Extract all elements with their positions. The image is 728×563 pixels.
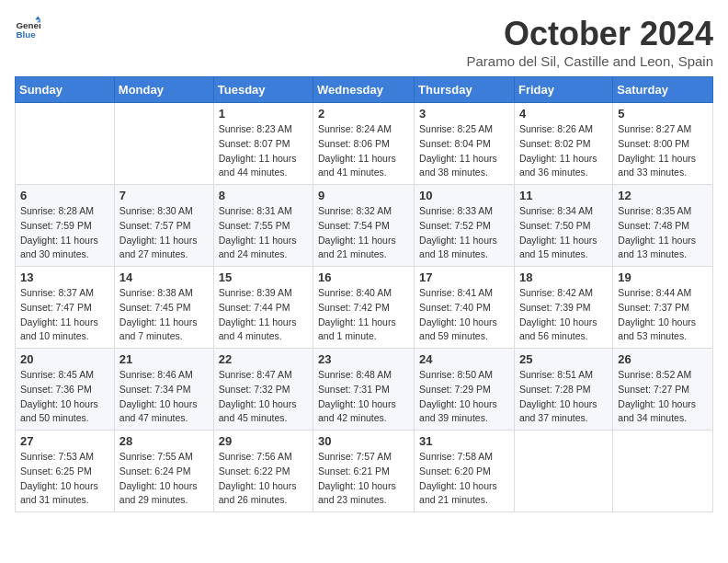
day-info: Sunrise: 8:48 AMSunset: 7:31 PMDaylight:… bbox=[318, 368, 409, 426]
weekday-header-sunday: Sunday bbox=[16, 77, 115, 103]
day-number: 25 bbox=[519, 352, 608, 366]
calendar-cell: 16Sunrise: 8:40 AMSunset: 7:42 PMDayligh… bbox=[313, 267, 415, 349]
calendar-cell: 12Sunrise: 8:35 AMSunset: 7:48 PMDayligh… bbox=[613, 185, 713, 267]
day-number: 4 bbox=[519, 107, 608, 121]
calendar-cell: 11Sunrise: 8:34 AMSunset: 7:50 PMDayligh… bbox=[514, 185, 612, 267]
day-info: Sunrise: 8:33 AMSunset: 7:52 PMDaylight:… bbox=[419, 204, 509, 262]
day-info: Sunrise: 8:44 AMSunset: 7:37 PMDaylight:… bbox=[618, 286, 708, 344]
weekday-header-row: SundayMondayTuesdayWednesdayThursdayFrid… bbox=[16, 77, 713, 103]
calendar-cell: 31Sunrise: 7:58 AMSunset: 6:20 PMDayligh… bbox=[415, 431, 515, 512]
day-info: Sunrise: 8:23 AMSunset: 8:07 PMDaylight:… bbox=[219, 122, 308, 180]
week-row-1: 1Sunrise: 8:23 AMSunset: 8:07 PMDaylight… bbox=[16, 103, 713, 185]
day-number: 13 bbox=[20, 270, 109, 284]
month-title: October 2024 bbox=[467, 15, 714, 53]
day-number: 8 bbox=[219, 189, 308, 202]
calendar-cell: 23Sunrise: 8:48 AMSunset: 7:31 PMDayligh… bbox=[313, 349, 415, 431]
day-info: Sunrise: 8:47 AMSunset: 7:32 PMDaylight:… bbox=[219, 368, 308, 426]
day-number: 15 bbox=[219, 270, 308, 284]
day-number: 27 bbox=[20, 434, 109, 448]
day-number: 29 bbox=[219, 434, 308, 448]
day-number: 19 bbox=[618, 270, 708, 284]
calendar-cell: 10Sunrise: 8:33 AMSunset: 7:52 PMDayligh… bbox=[415, 185, 515, 267]
day-info: Sunrise: 8:52 AMSunset: 7:27 PMDaylight:… bbox=[618, 368, 708, 426]
day-info: Sunrise: 8:41 AMSunset: 7:40 PMDaylight:… bbox=[419, 286, 509, 344]
calendar-cell bbox=[16, 103, 115, 185]
day-info: Sunrise: 8:31 AMSunset: 7:55 PMDaylight:… bbox=[219, 204, 308, 262]
day-number: 10 bbox=[419, 189, 509, 202]
day-number: 22 bbox=[219, 352, 308, 366]
week-row-5: 27Sunrise: 7:53 AMSunset: 6:25 PMDayligh… bbox=[16, 431, 713, 512]
calendar-cell: 27Sunrise: 7:53 AMSunset: 6:25 PMDayligh… bbox=[16, 431, 115, 512]
calendar-cell: 8Sunrise: 8:31 AMSunset: 7:55 PMDaylight… bbox=[213, 185, 313, 267]
calendar-cell: 30Sunrise: 7:57 AMSunset: 6:21 PMDayligh… bbox=[313, 431, 415, 512]
calendar-cell: 28Sunrise: 7:55 AMSunset: 6:24 PMDayligh… bbox=[114, 431, 213, 512]
day-info: Sunrise: 8:45 AMSunset: 7:36 PMDaylight:… bbox=[20, 368, 109, 426]
calendar-table: SundayMondayTuesdayWednesdayThursdayFrid… bbox=[15, 76, 713, 512]
calendar-cell bbox=[514, 431, 612, 512]
day-number: 21 bbox=[119, 352, 209, 366]
day-number: 2 bbox=[318, 107, 409, 121]
svg-text:Blue: Blue bbox=[16, 29, 36, 40]
day-number: 12 bbox=[618, 189, 708, 202]
day-number: 26 bbox=[618, 352, 708, 366]
day-number: 14 bbox=[119, 270, 209, 284]
day-info: Sunrise: 8:34 AMSunset: 7:50 PMDaylight:… bbox=[519, 204, 608, 262]
day-number: 18 bbox=[519, 270, 608, 284]
day-number: 31 bbox=[419, 434, 509, 448]
calendar-cell: 9Sunrise: 8:32 AMSunset: 7:54 PMDaylight… bbox=[313, 185, 415, 267]
calendar-cell: 6Sunrise: 8:28 AMSunset: 7:59 PMDaylight… bbox=[16, 185, 115, 267]
calendar-cell: 3Sunrise: 8:25 AMSunset: 8:04 PMDaylight… bbox=[415, 103, 515, 185]
calendar-cell: 17Sunrise: 8:41 AMSunset: 7:40 PMDayligh… bbox=[415, 267, 515, 349]
day-number: 3 bbox=[419, 107, 509, 121]
day-number: 28 bbox=[119, 434, 209, 448]
day-number: 16 bbox=[318, 270, 409, 284]
calendar-cell: 22Sunrise: 8:47 AMSunset: 7:32 PMDayligh… bbox=[213, 349, 313, 431]
calendar-cell: 24Sunrise: 8:50 AMSunset: 7:29 PMDayligh… bbox=[415, 349, 515, 431]
day-number: 1 bbox=[219, 107, 308, 121]
title-area: October 2024 Paramo del Sil, Castille an… bbox=[467, 15, 714, 69]
day-info: Sunrise: 8:27 AMSunset: 8:00 PMDaylight:… bbox=[618, 122, 708, 180]
weekday-header-saturday: Saturday bbox=[613, 77, 713, 103]
week-row-3: 13Sunrise: 8:37 AMSunset: 7:47 PMDayligh… bbox=[16, 267, 713, 349]
day-info: Sunrise: 8:37 AMSunset: 7:47 PMDaylight:… bbox=[20, 286, 109, 344]
calendar-cell bbox=[613, 431, 713, 512]
day-info: Sunrise: 8:39 AMSunset: 7:44 PMDaylight:… bbox=[219, 286, 308, 344]
calendar-cell: 13Sunrise: 8:37 AMSunset: 7:47 PMDayligh… bbox=[16, 267, 115, 349]
calendar-cell: 7Sunrise: 8:30 AMSunset: 7:57 PMDaylight… bbox=[114, 185, 213, 267]
calendar-cell bbox=[114, 103, 213, 185]
calendar-cell: 2Sunrise: 8:24 AMSunset: 8:06 PMDaylight… bbox=[313, 103, 415, 185]
day-info: Sunrise: 8:38 AMSunset: 7:45 PMDaylight:… bbox=[119, 286, 209, 344]
calendar-cell: 4Sunrise: 8:26 AMSunset: 8:02 PMDaylight… bbox=[514, 103, 612, 185]
day-info: Sunrise: 8:24 AMSunset: 8:06 PMDaylight:… bbox=[318, 122, 409, 180]
calendar-cell: 18Sunrise: 8:42 AMSunset: 7:39 PMDayligh… bbox=[514, 267, 612, 349]
weekday-header-friday: Friday bbox=[514, 77, 612, 103]
logo-icon: General Blue bbox=[15, 15, 40, 40]
day-info: Sunrise: 8:40 AMSunset: 7:42 PMDaylight:… bbox=[318, 286, 409, 344]
weekday-header-tuesday: Tuesday bbox=[213, 77, 313, 103]
day-info: Sunrise: 8:28 AMSunset: 7:59 PMDaylight:… bbox=[20, 204, 109, 262]
day-info: Sunrise: 8:30 AMSunset: 7:57 PMDaylight:… bbox=[119, 204, 209, 262]
day-info: Sunrise: 8:26 AMSunset: 8:02 PMDaylight:… bbox=[519, 122, 608, 180]
day-info: Sunrise: 8:32 AMSunset: 7:54 PMDaylight:… bbox=[318, 204, 409, 262]
day-number: 23 bbox=[318, 352, 409, 366]
day-info: Sunrise: 8:46 AMSunset: 7:34 PMDaylight:… bbox=[119, 368, 209, 426]
calendar-cell: 29Sunrise: 7:56 AMSunset: 6:22 PMDayligh… bbox=[213, 431, 313, 512]
weekday-header-wednesday: Wednesday bbox=[313, 77, 415, 103]
day-info: Sunrise: 8:42 AMSunset: 7:39 PMDaylight:… bbox=[519, 286, 608, 344]
day-info: Sunrise: 7:57 AMSunset: 6:21 PMDaylight:… bbox=[318, 450, 409, 508]
calendar-cell: 15Sunrise: 8:39 AMSunset: 7:44 PMDayligh… bbox=[213, 267, 313, 349]
calendar-cell: 20Sunrise: 8:45 AMSunset: 7:36 PMDayligh… bbox=[16, 349, 115, 431]
calendar-cell: 21Sunrise: 8:46 AMSunset: 7:34 PMDayligh… bbox=[114, 349, 213, 431]
calendar-cell: 19Sunrise: 8:44 AMSunset: 7:37 PMDayligh… bbox=[613, 267, 713, 349]
day-info: Sunrise: 8:25 AMSunset: 8:04 PMDaylight:… bbox=[419, 122, 509, 180]
day-number: 17 bbox=[419, 270, 509, 284]
day-number: 9 bbox=[318, 189, 409, 202]
day-info: Sunrise: 7:55 AMSunset: 6:24 PMDaylight:… bbox=[119, 450, 209, 508]
calendar-cell: 5Sunrise: 8:27 AMSunset: 8:00 PMDaylight… bbox=[613, 103, 713, 185]
day-number: 11 bbox=[519, 189, 608, 202]
weekday-header-thursday: Thursday bbox=[415, 77, 515, 103]
day-info: Sunrise: 7:58 AMSunset: 6:20 PMDaylight:… bbox=[419, 450, 509, 508]
week-row-2: 6Sunrise: 8:28 AMSunset: 7:59 PMDaylight… bbox=[16, 185, 713, 267]
calendar-cell: 1Sunrise: 8:23 AMSunset: 8:07 PMDaylight… bbox=[213, 103, 313, 185]
day-number: 5 bbox=[618, 107, 708, 121]
